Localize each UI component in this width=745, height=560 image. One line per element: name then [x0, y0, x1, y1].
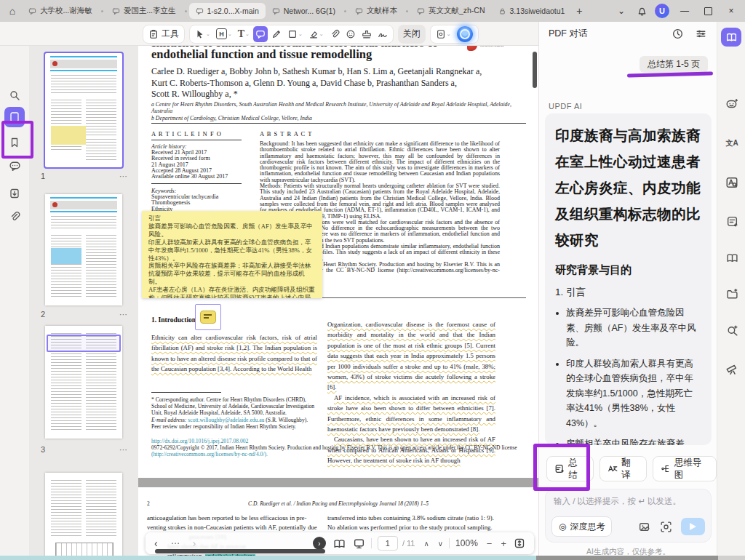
signature-tool[interactable] [375, 26, 390, 42]
history-clock-icon[interactable] [672, 28, 684, 40]
tab-document-1[interactable]: 大学校...谢海敏 [22, 3, 99, 19]
rail-ai-search[interactable] [724, 322, 740, 338]
chevron-down-icon: ⌄ [245, 31, 250, 37]
comment-icon [255, 29, 266, 39]
rail-ai-assistant[interactable] [724, 96, 740, 112]
sidebar-item-comments[interactable] [5, 156, 24, 175]
email-label: E-mail address: [151, 417, 186, 423]
home-button[interactable]: ⌂ [3, 3, 22, 19]
expand-bar-button[interactable]: › [313, 537, 326, 550]
affiliation: b Department of Cardiology, Christian Me… [151, 115, 526, 121]
reading-mode-icon[interactable] [333, 537, 346, 550]
zoom-in-button[interactable]: + [501, 538, 506, 549]
search-button[interactable] [5, 86, 24, 105]
cursor-icon [195, 29, 205, 39]
minimize-button[interactable]: — [677, 3, 693, 19]
zoom-out-button[interactable]: − [487, 538, 493, 549]
zoom-level-label[interactable]: 100% [455, 538, 478, 548]
thumbnail-page-2[interactable] [45, 194, 122, 305]
maximize-button[interactable] [700, 3, 716, 19]
vertical-scrollbar[interactable] [533, 52, 537, 88]
doi-link[interactable]: http://dx.doi.org/10.1016/j.ipej.2017.08… [151, 438, 248, 444]
license-link[interactable]: (http://creativecommons.org/licenses/by-… [151, 451, 268, 457]
nav-forward-button[interactable]: › [193, 537, 196, 549]
nav-back-button[interactable]: ‹ [154, 537, 158, 549]
mindmap-button[interactable]: 思维导图 [653, 456, 717, 481]
rail-ai-files[interactable] [724, 286, 740, 302]
fit-page-icon[interactable] [514, 537, 525, 549]
rail-ai-translate[interactable]: 文A [724, 135, 740, 151]
email-link[interactable]: scott.willoughby@adelaide.edu.au [188, 417, 264, 423]
sidebar-item-bookmarks[interactable] [5, 133, 24, 152]
tab-document-3-active[interactable]: 1-s2.0...X-main [189, 3, 266, 19]
text-tool[interactable]: T⌄ [236, 26, 252, 42]
authors-line: Scott R. Willoughby a, * [151, 89, 526, 100]
stamp-tool[interactable] [359, 26, 374, 42]
tab-list-chevron[interactable]: ⌄ [613, 3, 629, 19]
pen-tool[interactable] [269, 26, 284, 42]
tab-document-7[interactable]: 3.13siweidaotu1 [492, 3, 572, 19]
page-up-button[interactable]: ∧ [423, 540, 429, 548]
tab-document-2[interactable]: 爱国主...李立生 [105, 3, 183, 19]
highlight-style-tool[interactable]: H⌄ [214, 26, 234, 42]
viewport-indicator[interactable] [47, 335, 121, 352]
paperclip-icon [9, 211, 20, 223]
translate-button[interactable]: 翻译 [599, 456, 647, 481]
open-book-icon [726, 252, 738, 264]
add-image-icon[interactable] [638, 521, 650, 533]
tab-document-5[interactable]: 文献样本 [348, 3, 404, 19]
page-down-button[interactable]: ∨ [438, 540, 443, 548]
summary-range-chip[interactable]: 总结第 1-5 页 [640, 56, 708, 73]
send-button[interactable] [681, 518, 705, 535]
rail-reader-view[interactable] [724, 249, 740, 265]
shape-tool[interactable]: ⌄ [285, 26, 305, 42]
new-tab-button[interactable]: + [571, 5, 587, 17]
rail-ai-research[interactable] [724, 361, 740, 377]
thumbnail-page-1[interactable] [45, 53, 122, 167]
summarize-button[interactable]: 总结 [546, 456, 594, 481]
ai-face-icon [725, 97, 738, 111]
export-tool[interactable]: ⌄ [434, 26, 453, 42]
sticker-tool[interactable] [343, 26, 358, 42]
comment-preview-tooltip[interactable]: 引言 族裔差异可影响心血管危险因素、房颤（AF）发生率及卒中风险。 印度人群较高… [142, 211, 322, 298]
attach-file-tool[interactable] [327, 26, 342, 42]
highlighter-tool[interactable]: ⌄ [306, 26, 326, 42]
tab-document-6[interactable]: 英文文献_zh-CN [410, 3, 492, 19]
notifications-bell-icon[interactable] [637, 6, 648, 17]
thumbnail-page-4[interactable] [45, 473, 122, 556]
tab-document-4[interactable]: Networ... 6G(1) [266, 3, 342, 19]
horizontal-scrollbar[interactable] [155, 549, 325, 553]
ai-prompt-input[interactable] [546, 489, 711, 511]
comment-line: AF患者左心房（LA）存在炎症激活、内皮功能障碍及组织重构；但既往无研究直接比较… [148, 286, 316, 298]
settings-sliders-icon[interactable] [695, 28, 707, 40]
close-label: 关闭 [403, 28, 421, 40]
tools-menu-button[interactable]: 工具 [143, 25, 185, 44]
pdf-viewer[interactable]: Influence of ethnic background on left a… [138, 46, 538, 556]
translate-label: 翻译 [621, 457, 639, 481]
thumbnail-menu-button[interactable]: ⋯ [119, 310, 128, 319]
thumb-decor [50, 70, 117, 71]
deep-think-toggle[interactable]: ◎ 深度思考 [551, 516, 612, 537]
presentation-mode-icon[interactable] [353, 537, 365, 550]
sidebar-item-thumbnails-active[interactable] [4, 107, 25, 127]
sidebar-item-attachments-page[interactable] [5, 184, 24, 203]
rail-ai-read-active[interactable] [721, 28, 741, 47]
screenshot-camera-icon[interactable] [660, 521, 672, 533]
user-avatar[interactable]: U [655, 4, 669, 18]
authors-line: Carlee D. Ruediger a, Bobby John b, Sath… [151, 66, 526, 78]
thumbnail-page-3[interactable] [45, 326, 122, 439]
thumbnail-menu-button[interactable]: ⋯ [119, 172, 128, 181]
ai-assistant-orb-button[interactable] [455, 26, 475, 42]
comment-tool-active[interactable] [253, 26, 268, 42]
sidebar-item-attachments[interactable] [5, 207, 24, 226]
thumbnail-menu-button[interactable]: ⋯ [119, 445, 128, 455]
close-window-button[interactable]: × [723, 3, 739, 19]
more-options-button[interactable]: ⋯ [171, 538, 180, 548]
page-number-input[interactable]: 1 [378, 536, 398, 551]
selected-comment-annotation[interactable] [195, 304, 221, 330]
select-tool[interactable]: ⌄ [193, 26, 212, 42]
close-annotation-button[interactable]: 关闭 [398, 25, 426, 44]
rail-ai-explain[interactable] [724, 175, 740, 191]
rail-ai-summary[interactable] [724, 213, 740, 229]
page-export-icon [9, 188, 20, 199]
